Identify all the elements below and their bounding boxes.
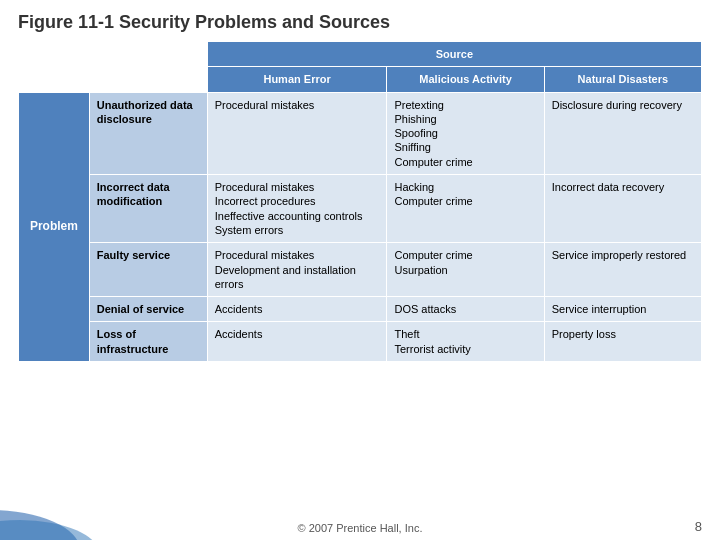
security-table: Source Human Error Malicious Activity Na… [18, 41, 702, 362]
col-header-natural: Natural Disasters [544, 67, 701, 92]
row-natural-3: Service interruption [544, 297, 701, 322]
row-malicious-2: Computer crime Usurpation [387, 243, 544, 297]
col-header-malicious: Malicious Activity [387, 67, 544, 92]
row-problem-0: Unauthorized data disclosure [89, 92, 207, 174]
row-malicious-4: Theft Terrorist activity [387, 322, 544, 362]
page-number: 8 [695, 519, 702, 534]
row-human-error-4: Accidents [207, 322, 387, 362]
row-malicious-3: DOS attacks [387, 297, 544, 322]
footer: © 2007 Prentice Hall, Inc. [0, 522, 720, 534]
corner-decoration [0, 500, 120, 540]
row-problem-3: Denial of service [89, 297, 207, 322]
row-natural-1: Incorrect data recovery [544, 175, 701, 243]
row-natural-0: Disclosure during recovery [544, 92, 701, 174]
row-human-error-0: Procedural mistakes [207, 92, 387, 174]
row-natural-4: Property loss [544, 322, 701, 362]
row-human-error-3: Accidents [207, 297, 387, 322]
row-human-error-1: Procedural mistakes Incorrect procedures… [207, 175, 387, 243]
row-problem-4: Loss of infrastructure [89, 322, 207, 362]
row-malicious-0: Pretexting Phishing Spoofing Sniffing Co… [387, 92, 544, 174]
page-title: Figure 11-1 Security Problems and Source… [0, 0, 720, 41]
copyright-text: © 2007 Prentice Hall, Inc. [298, 522, 423, 534]
row-natural-2: Service improperly restored [544, 243, 701, 297]
row-human-error-2: Procedural mistakes Development and inst… [207, 243, 387, 297]
col-header-human-error: Human Error [207, 67, 387, 92]
source-header: Source [207, 42, 701, 67]
row-problem-1: Incorrect data modification [89, 175, 207, 243]
problem-label: Problem [19, 92, 90, 361]
table-container: Source Human Error Malicious Activity Na… [18, 41, 702, 362]
row-problem-2: Faulty service [89, 243, 207, 297]
row-malicious-1: Hacking Computer crime [387, 175, 544, 243]
